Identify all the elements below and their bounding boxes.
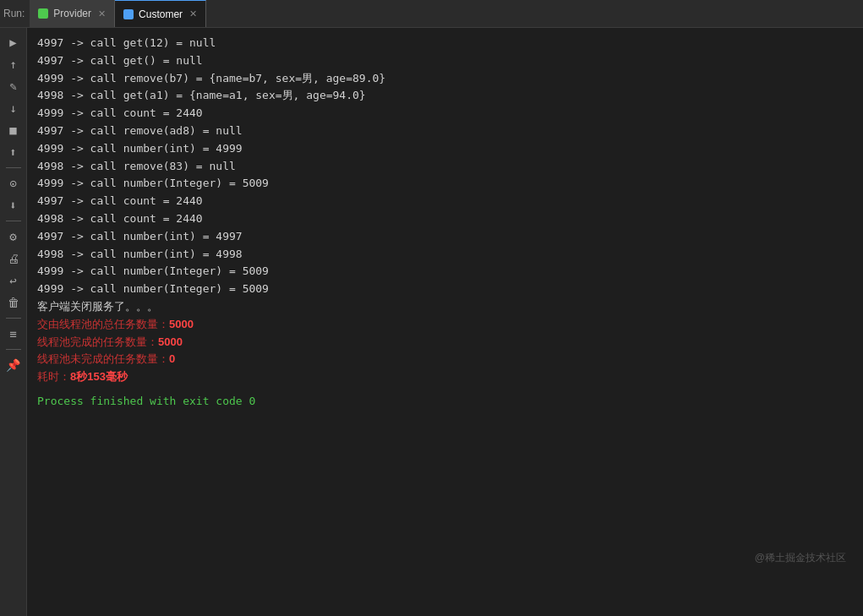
toolbar-divider-4	[6, 349, 21, 350]
output-line: 4997 -> call number(int) = 4997	[37, 228, 853, 246]
toolbar: ▶ ↑ ✎ ↓ ■ ⬆ ⊙ ⬇ ⚙ 🖨 ↩ 🗑 ≡ 📌	[0, 28, 27, 616]
up-button[interactable]: ↑	[4, 55, 23, 74]
provider-tab-close[interactable]: ✕	[98, 8, 106, 19]
output-line: 4997 -> call remove(ad8) = null	[37, 123, 853, 140]
output-line: 4999 -> call number(Integer) = 5009	[37, 263, 853, 281]
output-line-red: 交由线程池的总任务数量：5000	[37, 316, 853, 334]
layers-button[interactable]: ≡	[4, 324, 23, 343]
camera-button[interactable]: ⊙	[4, 174, 23, 193]
customer-tab-icon	[123, 9, 134, 19]
toolbar-divider-2	[6, 221, 21, 221]
play-button[interactable]: ▶	[4, 33, 23, 52]
watermark: @稀土掘金技术社区	[755, 551, 846, 565]
process-finished-line: Process finished with exit code 0	[37, 393, 853, 411]
output-line: 4998 -> call count = 2440	[37, 210, 853, 228]
output-line: 4999 -> call number(Integer) = 5009	[37, 175, 853, 193]
run-label: Run:	[3, 8, 25, 19]
toolbar-divider-1	[6, 167, 21, 168]
edit-button[interactable]: ✎	[4, 77, 23, 95]
export-down-button[interactable]: ⬇	[4, 196, 23, 215]
output-line: 4999 -> call number(int) = 4999	[37, 140, 853, 158]
output-line: 4998 -> call number(int) = 4998	[37, 246, 853, 264]
customer-tab-label: Customer	[139, 8, 183, 20]
pin-button[interactable]: 📌	[4, 356, 23, 374]
output-line: 4999 -> call number(Integer) = 5009	[37, 281, 853, 298]
output-line: 4998 -> call remove(83) = null	[37, 158, 853, 176]
print-button[interactable]: 🖨	[4, 249, 23, 268]
output-line: 4999 -> call remove(b7) = {name=b7, sex=…	[37, 70, 853, 88]
output-line: 4997 -> call count = 2440	[37, 193, 853, 210]
provider-tab-label: Provider	[53, 8, 91, 19]
toolbar-divider-3	[6, 318, 21, 319]
output-lines: 4997 -> call get(12) = null4997 -> call …	[37, 35, 853, 386]
output-panel[interactable]: 4997 -> call get(12) = null4997 -> call …	[27, 28, 863, 616]
tab-customer[interactable]: Customer ✕	[115, 0, 206, 27]
output-line: 4999 -> call count = 2440	[37, 105, 853, 123]
stop-button[interactable]: ■	[4, 121, 23, 139]
output-line-red: 耗时：8秒153毫秒	[37, 368, 853, 386]
customer-tab-close[interactable]: ✕	[189, 8, 197, 19]
tab-bar: Run: Provider ✕ Customer ✕	[0, 0, 863, 28]
output-line-red: 线程池未完成的任务数量：0	[37, 351, 853, 368]
output-line: 4997 -> call get(12) = null	[37, 35, 853, 52]
settings-button[interactable]: ⚙	[4, 227, 23, 246]
login-button[interactable]: ↩	[4, 271, 23, 290]
provider-tab-icon	[38, 8, 48, 19]
export-up-button[interactable]: ⬆	[4, 143, 23, 161]
output-line-red: 线程池完成的任务数量：5000	[37, 334, 853, 352]
output-line-chinese: 客户端关闭服务了。。。	[37, 298, 853, 316]
main-content: ▶ ↑ ✎ ↓ ■ ⬆ ⊙ ⬇ ⚙ 🖨 ↩ 🗑 ≡ 📌 4997 -> call…	[0, 28, 863, 616]
output-line: 4997 -> call get() = null	[37, 52, 853, 70]
trash-button[interactable]: 🗑	[4, 293, 23, 312]
down-button[interactable]: ↓	[4, 99, 23, 117]
output-line: 4998 -> call get(a1) = {name=a1, sex=男, …	[37, 87, 853, 105]
tab-provider[interactable]: Provider ✕	[30, 0, 115, 27]
